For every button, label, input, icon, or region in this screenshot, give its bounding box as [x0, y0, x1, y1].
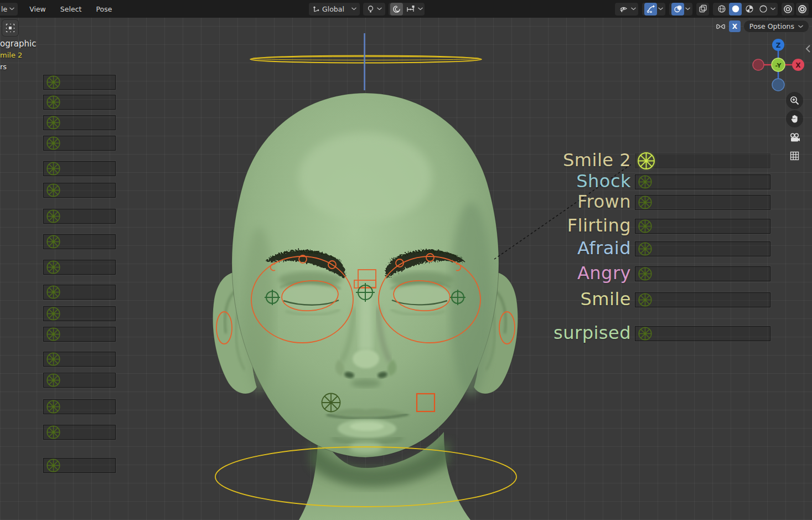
slider-box[interactable]	[635, 292, 770, 307]
orthographic-toggle-button[interactable]	[786, 147, 803, 164]
svg-text:-Y: -Y	[775, 62, 782, 69]
slider-box[interactable]	[43, 260, 116, 275]
pose-options-dropdown[interactable]: Pose Options	[743, 20, 809, 33]
chevron-down-icon	[770, 7, 775, 11]
slider-label: Smile 2	[563, 150, 631, 171]
slider-box[interactable]	[43, 115, 116, 130]
slider-box[interactable]	[635, 266, 770, 281]
bone-wheel-icon[interactable]	[45, 424, 61, 440]
slider-box[interactable]	[43, 306, 116, 321]
svg-text:X: X	[795, 61, 801, 69]
bone-wheel-icon[interactable]	[637, 194, 653, 210]
ring-option-b-button[interactable]	[796, 3, 809, 16]
bone-wheel-icon[interactable]	[45, 182, 61, 198]
bone-wheel-icon[interactable]	[45, 399, 61, 415]
view-navigation-gizmo[interactable]: Z X -Y	[752, 37, 805, 92]
ring-option-a-button[interactable]	[782, 3, 794, 16]
slider-label: surpised	[554, 322, 631, 343]
slider-label: Shock	[576, 171, 631, 192]
ring-a-icon	[783, 4, 793, 14]
slider-box[interactable]	[43, 234, 116, 249]
slider-box[interactable]	[43, 75, 116, 90]
mode-dropdown[interactable]: le	[0, 3, 18, 16]
slider-box[interactable]	[43, 352, 116, 367]
select-box-tool-icon	[6, 23, 15, 33]
camera-view-button[interactable]	[786, 129, 803, 146]
bone-wheel-icon[interactable]	[45, 234, 61, 250]
show-overlays-toggle[interactable]	[671, 3, 684, 16]
bone-wheel-icon[interactable]	[637, 174, 653, 190]
overlays-icon	[674, 4, 682, 13]
show-gizmo-toggle[interactable]	[644, 3, 657, 16]
bone-wheel-icon[interactable]	[45, 208, 61, 224]
bone-wheel-icon[interactable]	[45, 457, 61, 473]
shading-group	[713, 3, 778, 16]
slider-box[interactable]	[43, 161, 116, 176]
slider-box[interactable]	[43, 209, 116, 224]
pose-options-label: Pose Options	[749, 22, 794, 30]
slider-box[interactable]	[635, 326, 770, 341]
zoom-icon	[790, 96, 799, 105]
bone-wheel-icon[interactable]	[637, 292, 653, 308]
shading-solid-button[interactable]	[729, 3, 742, 16]
collection-text: rs	[0, 63, 7, 71]
bone-wheel-icon[interactable]	[637, 326, 653, 342]
pivot-point-icon	[366, 5, 375, 13]
xray-toggle[interactable]	[696, 3, 709, 16]
shading-material-icon	[745, 4, 754, 13]
menu-view[interactable]: View	[22, 0, 53, 18]
slider-box[interactable]	[635, 174, 770, 189]
bone-wheel-icon[interactable]	[45, 135, 61, 151]
shading-wireframe-button[interactable]	[715, 3, 728, 16]
shading-solid-icon	[731, 4, 740, 13]
slider-box[interactable]	[635, 195, 770, 210]
bone-wheel-icon[interactable]	[637, 266, 653, 282]
menu-select[interactable]: Select	[53, 0, 89, 18]
slider-box[interactable]	[635, 219, 770, 234]
gizmo-axis-neg-z[interactable]	[772, 79, 784, 91]
pivot-point-dropdown[interactable]	[363, 3, 385, 16]
snapping-toggle[interactable]	[404, 3, 417, 16]
slider-box[interactable]	[43, 373, 116, 388]
sidebar-toggle-arrow[interactable]	[805, 44, 811, 53]
x-axis-mirror-icon[interactable]	[715, 22, 726, 32]
slider-box[interactable]	[43, 136, 116, 151]
bone-wheel-icon[interactable]	[45, 74, 61, 90]
bone-wheel-icon[interactable]	[45, 259, 61, 275]
slider-box-active[interactable]	[635, 153, 770, 168]
slider-box[interactable]	[43, 95, 116, 110]
bone-wheel-icon[interactable]	[45, 161, 61, 177]
menu-pose[interactable]: Pose	[89, 0, 119, 18]
slider-box[interactable]	[43, 399, 116, 414]
xray-icon	[699, 4, 707, 13]
shading-material-button[interactable]	[743, 3, 756, 16]
bone-wheel-icon[interactable]	[45, 284, 61, 300]
slider-box[interactable]	[43, 458, 116, 473]
slider-box[interactable]	[43, 183, 116, 198]
slider-box[interactable]	[43, 327, 116, 342]
slider-label: Frown	[577, 191, 631, 212]
chevron-down-icon	[351, 7, 356, 11]
slider-box[interactable]	[43, 285, 116, 300]
bone-wheel-icon[interactable]	[637, 241, 653, 257]
slider-box[interactable]	[43, 425, 116, 440]
bone-wheel-icon[interactable]	[45, 372, 61, 388]
bone-wheel-icon[interactable]	[45, 115, 61, 131]
zoom-button[interactable]	[786, 92, 803, 109]
slider-box[interactable]	[635, 241, 770, 256]
proportional-editing-toggle[interactable]	[390, 3, 403, 16]
gizmo-axis-neg-x[interactable]	[753, 59, 764, 70]
transform-orientation-dropdown[interactable]: Global	[309, 3, 360, 16]
pan-button[interactable]	[786, 110, 803, 127]
bone-wheel-icon[interactable]	[45, 94, 61, 110]
x-mirror-axis-button[interactable]: X	[729, 20, 741, 32]
visibility-eye-icon	[619, 5, 628, 13]
bone-wheel-icon[interactable]	[45, 326, 61, 342]
bone-wheel-icon[interactable]	[637, 218, 653, 234]
active-tool-select-box-button[interactable]	[2, 20, 18, 36]
bone-wheel-icon-active[interactable]	[636, 151, 656, 171]
show-visibility-dropdown[interactable]	[617, 3, 630, 16]
bone-wheel-icon[interactable]	[45, 306, 61, 322]
bone-wheel-icon[interactable]	[45, 351, 61, 367]
shading-rendered-button[interactable]	[757, 3, 769, 16]
